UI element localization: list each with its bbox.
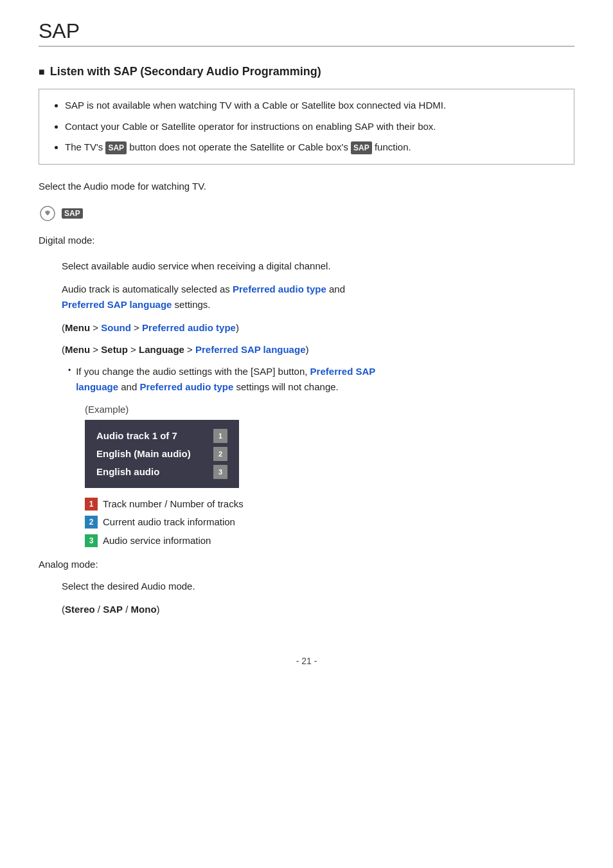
- page-title: SAP: [39, 19, 574, 43]
- digital-desc1: Select available audio service when rece…: [62, 258, 574, 274]
- notice-item-2: Contact your Cable or Satellite operator…: [65, 120, 561, 134]
- audio-row-1: Audio track 1 of 7 1: [96, 429, 227, 443]
- audio-display-box: Audio track 1 of 7 1 English (Main audio…: [85, 420, 239, 488]
- preferred-sap-language-link-1: Preferred SAP language: [62, 299, 172, 310]
- digital-desc2: Audio track is automatically selected as…: [62, 282, 574, 312]
- sap-badge-inline-2: SAP: [351, 141, 372, 154]
- notice-item-3: The TV's SAP button does not operate the…: [65, 140, 561, 155]
- sap-icon-line: SAP: [39, 204, 574, 222]
- legend-badge-3: 3: [85, 534, 98, 547]
- audio-row-2: English (Main audio) 2: [96, 447, 227, 461]
- analog-mode-label: Analog mode:: [39, 557, 574, 572]
- digital-mode-label: Digital mode:: [39, 233, 574, 248]
- notice-list: SAP is not available when watching TV wi…: [52, 98, 561, 155]
- example-section: (Example) Audio track 1 of 7 1 English (…: [62, 404, 574, 548]
- sap-badge-inline-1: SAP: [105, 141, 127, 154]
- legend-item-2: 2 Current audio track information: [85, 515, 574, 530]
- example-label: (Example): [85, 404, 574, 415]
- bullet-item: • If you change the audio settings with …: [62, 364, 574, 395]
- page-number: - 21 -: [39, 656, 574, 666]
- sound-link: Sound: [101, 322, 131, 333]
- notice-box: SAP is not available when watching TV wi…: [39, 89, 574, 165]
- legend-list: 1 Track number / Number of tracks 2 Curr…: [85, 497, 574, 548]
- menu-path-1: (Menu > Sound > Preferred audio type): [62, 320, 574, 336]
- legend-item-1: 1 Track number / Number of tracks: [85, 497, 574, 512]
- digital-mode-content: Select available audio service when rece…: [39, 258, 574, 548]
- section-heading: Listen with SAP (Secondary Audio Program…: [39, 65, 574, 78]
- legend-item-3: 3 Audio service information: [85, 534, 574, 548]
- notice-item-1: SAP is not available when watching TV wi…: [65, 98, 561, 113]
- select-audio-mode-text: Select the Audio mode for watching TV.: [39, 179, 574, 194]
- title-divider: [39, 46, 574, 47]
- preferred-audio-link-bullet: Preferred audio type: [139, 381, 233, 392]
- legend-badge-1: 1: [85, 498, 98, 511]
- sap-badge-main: SAP: [62, 208, 83, 219]
- audio-row-3: English audio 3: [96, 465, 227, 479]
- preferred-audio-type-link-1: Preferred audio type: [233, 284, 326, 294]
- analog-path: (Stereo / SAP / Mono): [62, 602, 574, 617]
- preferred-sap-language-link-2: Preferred SAP language: [195, 344, 305, 355]
- menu-path-2: (Menu > Setup > Language > Preferred SAP…: [62, 342, 574, 357]
- preferred-audio-type-link-2: Preferred audio type: [142, 322, 236, 333]
- analog-mode-content: Select the desired Audio mode. (Stereo /…: [39, 579, 574, 617]
- remote-icon: [39, 204, 57, 222]
- legend-badge-2: 2: [85, 516, 98, 529]
- analog-desc: Select the desired Audio mode.: [62, 579, 574, 594]
